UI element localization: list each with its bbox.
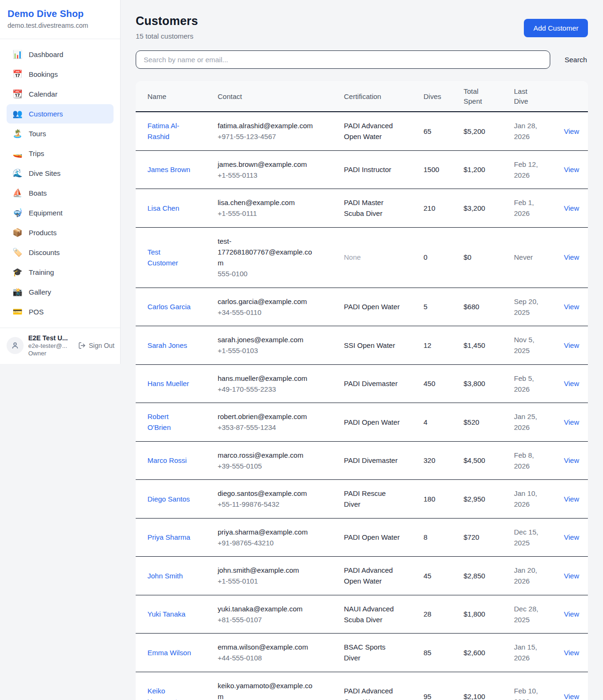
- customer-name-link[interactable]: Keiko Yamamoto: [147, 685, 193, 700]
- total-spent: $0: [456, 227, 506, 288]
- sidebar-item-label: Customers: [29, 110, 63, 118]
- customer-name-link[interactable]: John Smith: [147, 570, 183, 581]
- customer-email: john.smith@example.com: [218, 565, 318, 576]
- last-dive: Never: [514, 252, 533, 263]
- customer-name-link[interactable]: Robert O'Brien: [147, 411, 193, 433]
- table-header-row: Name Contact Certification Dives Total S…: [136, 81, 588, 112]
- customer-phone: +49-170-555-2233: [218, 384, 329, 395]
- sidebar-item-dive-sites[interactable]: 🌊Dive Sites: [7, 164, 114, 183]
- table-row: Yuki Tanaka yuki.tanaka@example.com+81-5…: [136, 595, 588, 634]
- certification: None: [344, 252, 361, 263]
- sidebar-item-tours[interactable]: 🏝️Tours: [7, 124, 114, 143]
- customer-phone: +44-555-0108: [218, 652, 329, 663]
- dives-count: 4: [416, 403, 456, 442]
- certification: PADI Advanced Open Water: [344, 120, 402, 142]
- view-link[interactable]: View: [564, 379, 579, 387]
- brand-block: Demo Dive Shop demo.test.divestreams.com: [0, 0, 120, 39]
- total-spent: $5,200: [456, 112, 506, 150]
- customer-name-link[interactable]: Priya Sharma: [147, 532, 190, 543]
- customer-email: hans.mueller@example.com: [218, 373, 318, 384]
- last-dive: Feb 5, 2026: [514, 373, 543, 395]
- dashboard-icon: 📊: [12, 49, 23, 59]
- view-link[interactable]: View: [564, 649, 579, 657]
- view-link[interactable]: View: [564, 456, 579, 464]
- view-link[interactable]: View: [564, 610, 579, 618]
- view-link[interactable]: View: [564, 572, 579, 580]
- customer-name-link[interactable]: Sarah Jones: [147, 340, 187, 351]
- search-input[interactable]: [136, 50, 550, 69]
- view-link[interactable]: View: [564, 692, 579, 700]
- sidebar-item-label: Dashboard: [29, 50, 63, 58]
- col-header-total-spent: Total Spent: [456, 81, 506, 112]
- last-dive: Jan 15, 2026: [514, 642, 543, 664]
- person-icon: [11, 341, 19, 350]
- sidebar-item-pos[interactable]: 💳POS: [7, 302, 114, 321]
- col-header-dives: Dives: [416, 81, 456, 112]
- title-block: Customers 15 total customers: [136, 14, 198, 40]
- user-role: Owner: [28, 350, 73, 357]
- customer-name-link[interactable]: James Brown: [147, 164, 190, 175]
- customer-email: sarah.jones@example.com: [218, 334, 318, 345]
- customer-name-link[interactable]: Emma Wilson: [147, 647, 191, 658]
- table-row: Fatima Al-Rashid fatima.alrashid@example…: [136, 112, 588, 150]
- customer-name-link[interactable]: Marco Rossi: [147, 455, 187, 466]
- view-link[interactable]: View: [564, 418, 579, 426]
- view-link[interactable]: View: [564, 165, 579, 173]
- col-header-last-dive: Last Dive: [506, 81, 556, 112]
- view-link[interactable]: View: [564, 127, 579, 135]
- total-spent: $3,200: [456, 189, 506, 228]
- table-row: Sarah Jones sarah.jones@example.com+1-55…: [136, 326, 588, 365]
- sidebar-item-gallery[interactable]: 📸Gallery: [7, 282, 114, 302]
- sidebar-item-label: Discounts: [29, 248, 60, 256]
- total-spent: $1,450: [456, 326, 506, 365]
- customer-email: james.brown@example.com: [218, 159, 318, 170]
- sidebar-item-calendar[interactable]: 📆Calendar: [7, 84, 114, 104]
- sidebar-item-boats[interactable]: ⛵Boats: [7, 183, 114, 203]
- sidebar-item-dashboard[interactable]: 📊Dashboard: [7, 45, 114, 64]
- certification: PADI Advanced Open Water: [344, 685, 402, 700]
- user-footer: E2E Test U... e2e-tester@... Owner Sign …: [0, 328, 120, 364]
- sidebar-item-bookings[interactable]: 📅Bookings: [7, 65, 114, 84]
- last-dive: Feb 12, 2026: [514, 159, 543, 181]
- customer-name-link[interactable]: Yuki Tanaka: [147, 609, 186, 619]
- sidebar-item-label: Training: [29, 268, 54, 276]
- sidebar-item-training[interactable]: 🎓Training: [7, 263, 114, 282]
- customer-name-link[interactable]: Lisa Chen: [147, 203, 179, 214]
- customer-name-link[interactable]: Test Customer: [147, 247, 193, 269]
- dive-sites-icon: 🌊: [12, 168, 23, 178]
- total-spent: $1,200: [456, 150, 506, 189]
- certification: PADI Divemaster: [344, 378, 398, 389]
- total-spent: $1,800: [456, 595, 506, 634]
- table-row: Emma Wilson emma.wilson@example.com+44-5…: [136, 634, 588, 672]
- customer-name-link[interactable]: Diego Santos: [147, 494, 190, 504]
- sidebar-item-trips[interactable]: 🚤Trips: [7, 144, 114, 163]
- customer-phone: +1-555-0101: [218, 576, 329, 586]
- table-row: Hans Mueller hans.mueller@example.com+49…: [136, 364, 588, 403]
- sidebar-item-equipment[interactable]: 🤿Equipment: [7, 203, 114, 222]
- equipment-icon: 🤿: [12, 208, 23, 218]
- customer-name-link[interactable]: Carlos Garcia: [147, 301, 191, 312]
- boats-icon: ⛵: [12, 188, 23, 198]
- customer-email: lisa.chen@example.com: [218, 197, 318, 208]
- dives-count: 0: [416, 227, 456, 288]
- view-link[interactable]: View: [564, 253, 579, 261]
- add-customer-button[interactable]: Add Customer: [524, 19, 588, 37]
- view-link[interactable]: View: [564, 533, 579, 541]
- customer-email: marco.rossi@example.com: [218, 450, 318, 461]
- sidebar-item-products[interactable]: 📦Products: [7, 223, 114, 242]
- sidebar-item-customers[interactable]: 👥Customers: [7, 104, 114, 124]
- sign-out-button[interactable]: Sign Out: [78, 342, 114, 349]
- customer-phone: +55-11-99876-5432: [218, 499, 329, 510]
- view-link[interactable]: View: [564, 341, 579, 349]
- certification: PADI Open Water: [344, 301, 399, 312]
- customer-name-link[interactable]: Fatima Al-Rashid: [147, 120, 193, 142]
- last-dive: Jan 25, 2026: [514, 411, 543, 433]
- search-button[interactable]: Search: [563, 53, 588, 66]
- certification: BSAC Sports Diver: [344, 642, 402, 664]
- view-link[interactable]: View: [564, 495, 579, 503]
- view-link[interactable]: View: [564, 204, 579, 212]
- customer-name-link[interactable]: Hans Mueller: [147, 378, 189, 389]
- customers-table: Name Contact Certification Dives Total S…: [136, 81, 588, 700]
- sidebar-item-discounts[interactable]: 🏷️Discounts: [7, 243, 114, 262]
- view-link[interactable]: View: [564, 303, 579, 311]
